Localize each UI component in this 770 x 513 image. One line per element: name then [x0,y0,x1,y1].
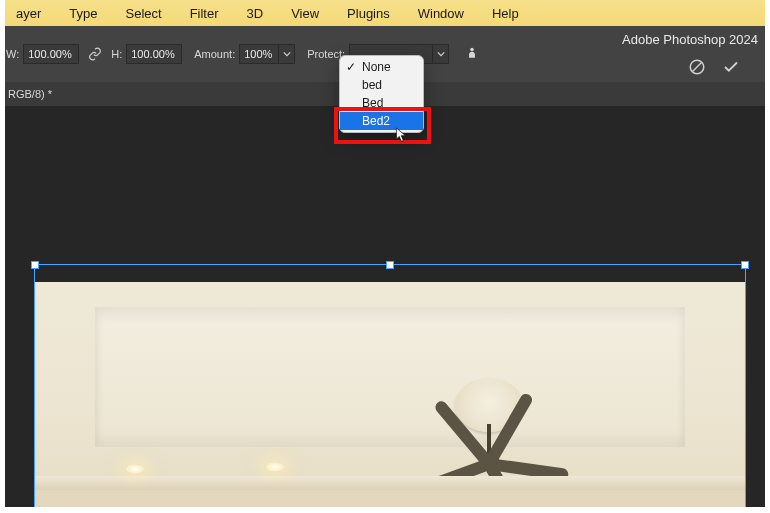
width-label: W: [6,48,19,60]
menu-3d[interactable]: 3D [233,0,278,26]
height-input[interactable]: 100.00% [126,44,182,64]
menu-help[interactable]: Help [478,0,533,26]
transform-handle-top-middle[interactable] [386,261,394,269]
canvas-area[interactable] [0,106,770,513]
menu-filter[interactable]: Filter [176,0,233,26]
transform-handle-top-right[interactable] [741,261,749,269]
menu-plugins[interactable]: Plugins [333,0,404,26]
checkmark-icon: ✓ [346,60,356,74]
protect-option-label: None [362,60,391,74]
amount-input[interactable]: 100% [239,44,279,64]
transform-handle-top-left[interactable] [31,261,39,269]
menu-select[interactable]: Select [111,0,175,26]
width-input[interactable]: 100.00% [23,44,79,64]
menu-type[interactable]: Type [55,0,111,26]
height-label: H: [111,48,122,60]
skin-tone-icon[interactable] [465,44,479,64]
protect-option-bed-lower[interactable]: bed [340,76,423,94]
protect-option-label: Bed2 [362,114,390,128]
protect-dropdown-menu: ✓ None bed Bed Bed2 [339,55,424,133]
svg-line-2 [693,63,702,72]
canvas-image [35,282,745,513]
protect-option-label: Bed [362,96,383,110]
menu-layer[interactable]: ayer [2,0,55,26]
amount-dropdown-button[interactable] [279,44,295,64]
cancel-transform-icon[interactable] [688,58,706,80]
amount-label: Amount: [194,48,235,60]
protect-option-bed[interactable]: Bed [340,94,423,112]
protect-option-none[interactable]: ✓ None [340,58,423,76]
protect-option-label: bed [362,78,382,92]
document-tab-label: RGB/8) * [8,88,52,100]
app-menubar: ayer Type Select Filter 3D View Plugins … [0,0,770,26]
protect-option-bed2[interactable]: Bed2 [340,112,423,130]
cursor-icon [395,126,409,148]
menu-window[interactable]: Window [404,0,478,26]
commit-transform-icon[interactable] [722,58,740,80]
protect-dropdown-button[interactable] [433,44,449,64]
svg-point-0 [470,48,474,52]
app-title: Adobe Photoshop 2024 [622,32,758,47]
link-aspect-icon[interactable] [85,44,105,64]
menu-view[interactable]: View [277,0,333,26]
